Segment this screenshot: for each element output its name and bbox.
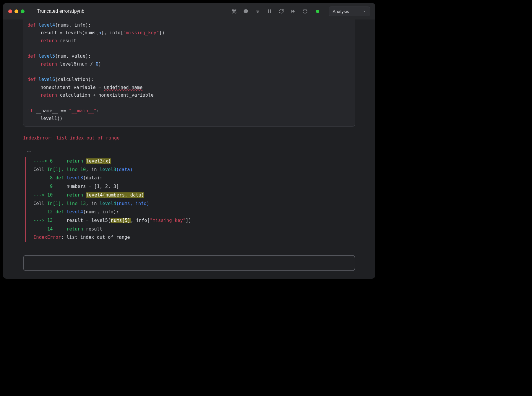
pause-icon[interactable]	[267, 9, 272, 14]
app-window: Truncated errors.ipynb	[3, 3, 375, 279]
kernel-status-indicator	[316, 10, 319, 13]
chevron-down-icon	[363, 9, 366, 13]
new-cell-input[interactable]	[23, 255, 355, 271]
package-icon[interactable]	[302, 9, 308, 14]
command-icon[interactable]	[231, 9, 237, 14]
notebook-content: def level4(nums, info): result = level5(…	[3, 20, 375, 279]
minimize-icon[interactable]	[14, 9, 18, 13]
ellipsis-icon[interactable]: …	[27, 145, 355, 156]
window-controls	[8, 9, 25, 13]
maximize-icon[interactable]	[21, 9, 25, 13]
svg-marker-5	[291, 10, 293, 13]
chat-icon[interactable]	[243, 9, 249, 14]
fast-forward-icon[interactable]	[291, 9, 296, 14]
error-title: IndexError: list index out of range	[23, 134, 355, 142]
svg-marker-6	[293, 10, 295, 13]
list-icon[interactable]	[255, 9, 260, 14]
refresh-icon[interactable]	[279, 9, 284, 14]
svg-rect-3	[268, 9, 269, 13]
error-output: IndexError: list index out of range … --…	[23, 134, 355, 241]
file-title: Truncated errors.ipynb	[37, 9, 84, 14]
environment-label: Analysis	[332, 9, 349, 14]
close-icon[interactable]	[8, 9, 12, 13]
environment-selector[interactable]: Analysis	[329, 7, 370, 16]
code-cell[interactable]: def level4(nums, info): result = level5(…	[23, 20, 355, 127]
svg-rect-4	[270, 9, 271, 13]
toolbar	[231, 9, 319, 14]
traceback: ----> 6 return level3(x) Cell In[1], lin…	[25, 157, 355, 242]
titlebar: Truncated errors.ipynb	[3, 3, 375, 20]
